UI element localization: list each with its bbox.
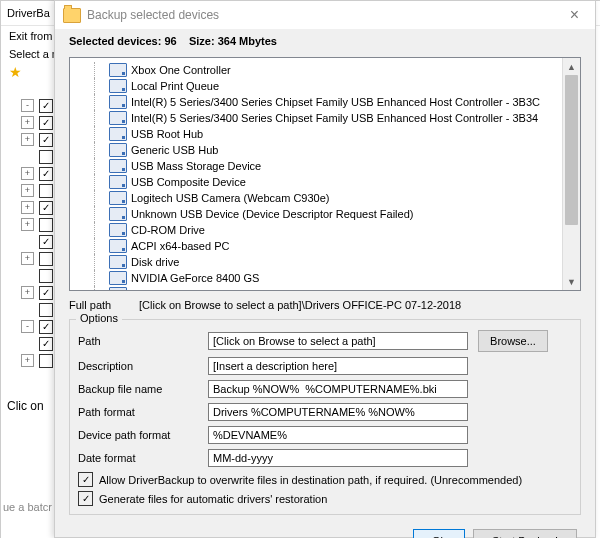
device-icon — [109, 207, 127, 221]
device-tree-item[interactable]: USB Composite Device — [72, 174, 561, 190]
overwrite-checkbox-row[interactable]: ✓ Allow DriverBackup to overwrite files … — [78, 472, 572, 487]
row-path-format: Path format — [78, 403, 572, 421]
scroll-up-icon[interactable]: ▲ — [563, 58, 580, 75]
checkbox-unchecked-icon[interactable] — [39, 150, 53, 164]
collapse-icon[interactable]: - — [21, 320, 34, 333]
tree-line — [94, 206, 107, 222]
bg-click-on-text: Clic on — [7, 399, 44, 413]
checkbox-unchecked-icon[interactable] — [39, 354, 53, 368]
checkbox-unchecked-icon[interactable] — [39, 303, 53, 317]
selected-devices-value: 96 — [164, 35, 176, 47]
close-icon[interactable]: × — [562, 6, 587, 24]
date-format-input[interactable] — [208, 449, 468, 467]
device-tree-item[interactable]: NVIDIA GeForce 8400 GS — [72, 270, 561, 286]
checkbox-checked-icon[interactable]: ✓ — [39, 337, 53, 351]
options-legend: Options — [76, 312, 122, 324]
device-label: NVIDIA GeForce 8400 GS — [131, 272, 259, 284]
backup-file-input[interactable] — [208, 380, 468, 398]
scroll-down-icon[interactable]: ▼ — [563, 273, 580, 290]
device-tree-item[interactable]: CD-ROM Drive — [72, 222, 561, 238]
tree-line — [94, 286, 107, 290]
device-label: Standard Dual Channel PCI IDE Controller — [131, 288, 339, 290]
description-input[interactable] — [208, 357, 468, 375]
device-label: Disk drive — [131, 256, 179, 268]
device-tree-item[interactable]: ACPI x64-based PC — [72, 238, 561, 254]
tree-line — [94, 78, 107, 94]
expand-icon[interactable]: + — [21, 201, 34, 214]
expand-icon[interactable]: + — [21, 116, 34, 129]
fullpath-label: Full path — [69, 299, 139, 311]
device-icon — [109, 287, 127, 290]
checkbox-checked-icon[interactable]: ✓ — [78, 472, 93, 487]
vertical-scrollbar[interactable]: ▲ ▼ — [562, 58, 580, 290]
checkbox-checked-icon[interactable]: ✓ — [39, 201, 53, 215]
size-label: Size: — [189, 35, 215, 47]
options-group: Options Path Browse... Description Backu… — [69, 319, 581, 515]
device-icon — [109, 239, 127, 253]
collapse-icon[interactable]: - — [21, 99, 34, 112]
device-tree-item[interactable]: Local Print Queue — [72, 78, 561, 94]
checkbox-checked-icon[interactable]: ✓ — [39, 167, 53, 181]
scroll-thumb[interactable] — [565, 75, 578, 225]
tree-line — [94, 142, 107, 158]
expand-icon[interactable]: + — [21, 167, 34, 180]
device-tree-item[interactable]: Logitech USB Camera (Webcam C930e) — [72, 190, 561, 206]
device-tree-item[interactable]: USB Root Hub — [72, 126, 561, 142]
checkbox-unchecked-icon[interactable] — [39, 184, 53, 198]
device-tree-item[interactable]: Disk drive — [72, 254, 561, 270]
checkbox-unchecked-icon[interactable] — [39, 269, 53, 283]
checkbox-checked-icon[interactable]: ✓ — [39, 99, 53, 113]
device-label: Intel(R) 5 Series/3400 Series Chipset Fa… — [131, 96, 540, 108]
device-tree-item[interactable]: USB Mass Storage Device — [72, 158, 561, 174]
checkbox-checked-icon[interactable]: ✓ — [39, 235, 53, 249]
tree-line — [94, 62, 107, 78]
checkbox-unchecked-icon[interactable] — [39, 218, 53, 232]
expand-icon[interactable]: + — [21, 133, 34, 146]
row-device-path: Device path format — [78, 426, 572, 444]
checkbox-checked-icon[interactable]: ✓ — [78, 491, 93, 506]
star-icon[interactable]: ★ — [9, 64, 22, 80]
device-label: CD-ROM Drive — [131, 224, 205, 236]
checkbox-checked-icon[interactable]: ✓ — [39, 116, 53, 130]
row-description: Description — [78, 357, 572, 375]
tree-line — [94, 94, 107, 110]
device-tree-item[interactable]: Xbox One Controller — [72, 62, 561, 78]
device-tree-item[interactable]: Generic USB Hub — [72, 142, 561, 158]
device-tree-item[interactable]: Unknown USB Device (Device Descriptor Re… — [72, 206, 561, 222]
tree-line — [94, 126, 107, 142]
device-icon — [109, 111, 127, 125]
device-label: USB Mass Storage Device — [131, 160, 261, 172]
device-icon — [109, 223, 127, 237]
row-path: Path Browse... — [78, 330, 572, 352]
device-icon — [109, 127, 127, 141]
expand-icon[interactable]: + — [21, 252, 34, 265]
device-tree-item[interactable]: Intel(R) 5 Series/3400 Series Chipset Fa… — [72, 94, 561, 110]
path-input[interactable] — [208, 332, 468, 350]
path-format-label: Path format — [78, 406, 208, 418]
ok-button[interactable]: Ok — [413, 529, 465, 538]
checkbox-checked-icon[interactable]: ✓ — [39, 286, 53, 300]
expand-icon[interactable]: + — [21, 354, 34, 367]
device-tree-item[interactable]: Intel(R) 5 Series/3400 Series Chipset Fa… — [72, 110, 561, 126]
checkbox-checked-icon[interactable]: ✓ — [39, 133, 53, 147]
bg-batch-text: ue a batcr — [3, 501, 52, 513]
path-format-input[interactable] — [208, 403, 468, 421]
browse-button[interactable]: Browse... — [478, 330, 548, 352]
description-label: Description — [78, 360, 208, 372]
expand-icon[interactable]: + — [21, 218, 34, 231]
device-tree[interactable]: Xbox One ControllerLocal Print QueueInte… — [70, 58, 563, 290]
generate-checkbox-row[interactable]: ✓ Generate files for automatic drivers' … — [78, 491, 572, 506]
device-path-input[interactable] — [208, 426, 468, 444]
start-backup-button[interactable]: Start Backup! — [473, 529, 577, 538]
expand-icon[interactable]: + — [21, 286, 34, 299]
dialog-titlebar[interactable]: Backup selected devices × — [55, 1, 595, 29]
device-tree-item[interactable]: Standard Dual Channel PCI IDE Controller — [72, 286, 561, 290]
device-tree-pane: Xbox One ControllerLocal Print QueueInte… — [69, 57, 581, 291]
dialog-button-bar: Ok Start Backup! — [55, 515, 595, 538]
tree-line — [94, 254, 107, 270]
expand-icon[interactable]: + — [21, 184, 34, 197]
device-label: USB Root Hub — [131, 128, 203, 140]
device-icon — [109, 255, 127, 269]
checkbox-checked-icon[interactable]: ✓ — [39, 320, 53, 334]
checkbox-unchecked-icon[interactable] — [39, 252, 53, 266]
